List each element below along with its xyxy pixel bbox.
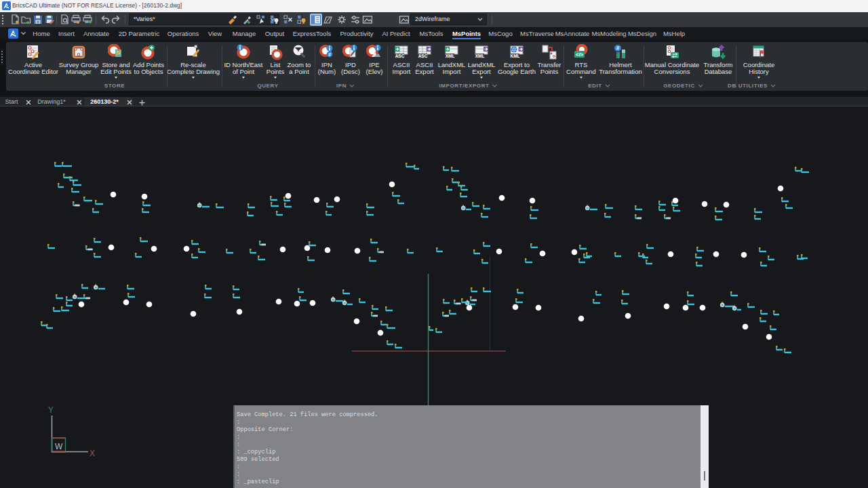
svg-text:X: X (90, 449, 95, 458)
svg-text:Y: Y (48, 405, 54, 415)
svg-text:W: W (55, 442, 63, 451)
svg-text:#: # (616, 45, 620, 52)
